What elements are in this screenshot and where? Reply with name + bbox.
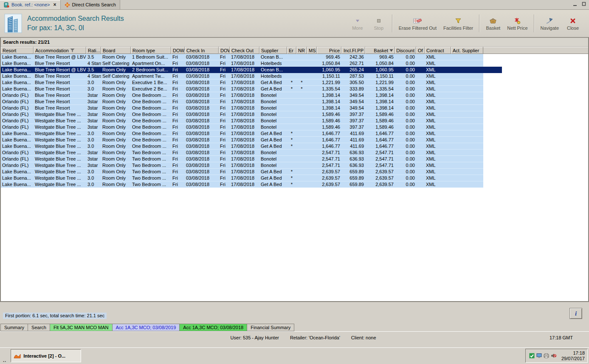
column-header-act-supplier[interactable]: Act. Supplier [451,47,483,54]
table-cell: Fri [219,143,230,150]
facilities-filter-button[interactable]: Facilities Filter [440,16,476,31]
table-row[interactable]: Lake Buena...Blue Tree Resort4 StarsSelf… [1,73,588,79]
row-extension [483,92,502,99]
table-cell [416,111,425,118]
table-cell [307,175,317,181]
column-header-er[interactable]: Er [287,47,296,54]
bottom-tab-5[interactable]: Acc 1A,3C MCO; 03/08/2018 [180,324,247,331]
column-header-room-type[interactable]: Room type [131,47,171,54]
table-cell [307,92,317,99]
table-row[interactable]: Lake Buena...Westgate Blue Tree ...3.0Ro… [1,137,588,143]
table-row[interactable]: Orlando (FL)Blue Tree Resort3starRoom On… [1,99,588,105]
table-row[interactable]: Lake Buena...Westgate Blue Tree ...3.0Ro… [1,130,588,137]
taskbar-clock[interactable]: 17:18 29/07/2017 [561,350,585,361]
table-row[interactable]: Lake Buena...Westgate Blue Tree ...3.0Ro… [1,169,588,175]
table-row[interactable]: Orlando (FL)Westgate Blue Tree ...3starR… [1,124,588,130]
table-cell [416,124,425,130]
column-header-basket[interactable]: Basket [365,47,395,54]
table-cell: One Bedroom ... [131,99,171,105]
table-cell: 17/08/2018 [230,67,259,73]
table-cell [451,79,483,86]
table-row[interactable]: Orlando (FL)Westgate Blue Tree ...3starR… [1,162,588,169]
table-cell: XML [425,118,451,124]
table-row[interactable]: Orlando (FL)Blue Tree Resort3starRoom On… [1,105,588,111]
table-row[interactable]: Lake Buena...Blue Tree Resort @ LBV3.5Ro… [1,67,588,73]
taskbar-overflow[interactable]: .. [1,358,8,364]
table-cell: One Bedroom ... [131,92,171,99]
bottom-tab-3[interactable]: Flt 5A,3C MAN MCO MAN [50,324,113,331]
table-row[interactable]: Orlando (FL)Westgate Blue Tree ...3starR… [1,111,588,118]
table-cell [451,118,483,124]
table-cell: Hotelbeds [259,60,287,67]
column-header-incl-fl-pp[interactable]: Incl.Fl.PP [341,47,365,54]
table-row[interactable]: Orlando (FL)Blue Tree Resort3starRoom On… [1,92,588,99]
column-header-accommodation[interactable]: Accommodation [34,47,86,54]
navigate-button[interactable]: Navigate [538,16,562,31]
table-cell: 397.37 [341,111,365,118]
bottom-tab-6[interactable]: Financial Summary [247,324,294,331]
column-header-discount[interactable]: Discount [395,47,416,54]
top-tab-2[interactable]: Direct Clients Search [61,0,120,9]
bottom-tab-4[interactable]: Acc 1A,3C MCO; 03/08/2019 [113,324,180,331]
taskbar-app-button[interactable]: Interactive [2] - O... [11,349,81,362]
table-row[interactable]: Lake Buena...Blue Tree Resort4 StarsSelf… [1,60,588,67]
close-button[interactable]: Close [563,16,583,31]
table-cell [296,92,307,99]
column-header-check-out[interactable]: Check Out [230,47,259,54]
table-row[interactable]: Lake Buena...Blue Tree Resort3.0Room Onl… [1,79,588,86]
title-line1: Accommodation Search Results [27,14,124,23]
tray-speaker-mute-icon[interactable] [551,353,556,358]
tab-close-icon[interactable]: × [54,2,56,8]
clock-date: 29/07/2017 [561,356,585,361]
column-header-check-in[interactable]: Check In [185,47,219,54]
table-cell: * [287,86,296,92]
nett-price-button[interactable]: Nett Price [504,16,530,31]
column-header-supplier[interactable]: Supplier [259,47,287,54]
bottom-tab-1[interactable]: Summary [0,324,28,331]
column-header-of[interactable]: Of [416,47,425,54]
column-header-nr[interactable]: NR [296,47,307,54]
application-window: Book. ref.: <none>×Direct Clients Search… [0,0,589,364]
table-cell: Westgate Blue Tree ... [34,118,86,124]
table-row[interactable]: Lake Buena...Westgate Blue Tree ...3.0Ro… [1,175,588,181]
column-header-ms[interactable]: MS [307,47,317,54]
table-cell: Fri [171,111,185,118]
minimize-icon[interactable] [572,2,578,6]
column-header-rati[interactable]: Rati... [86,47,101,54]
tray-green-icon[interactable] [529,353,535,358]
column-header-dow[interactable]: DOW [219,47,230,54]
column-header-dow[interactable]: DOW [171,47,185,54]
top-tab-1[interactable]: Book. ref.: <none>× [0,0,61,9]
table-row[interactable]: Orlando (FL)Westgate Blue Tree ...3starR… [1,156,588,162]
table-row[interactable]: Lake Buena...Westgate Blue Tree ...3.0Ro… [1,181,588,188]
tray-monitor-icon[interactable] [536,353,542,358]
table-cell: XML [425,169,451,175]
column-header-board[interactable]: Board [101,47,131,54]
maximize-icon[interactable] [581,2,586,6]
info-button[interactable]: i [569,308,582,319]
table-cell: 17/08/2018 [230,105,259,111]
table-row[interactable]: Orlando (FL)Westgate Blue Tree ...3starR… [1,150,588,156]
table-row[interactable]: Orlando (FL)Westgate Blue Tree ...3starR… [1,118,588,124]
row-extension [483,73,502,79]
table-cell: 636.93 [341,150,365,156]
table-row[interactable]: Lake Buena...Westgate Blue Tree ...3.0Ro… [1,143,588,150]
table-cell: Westgate Blue Tree ... [34,130,86,137]
erase-filtered-out-button[interactable]: Erase Filtered Out [396,16,440,31]
column-header-resort[interactable]: Resort [1,47,34,54]
table-cell: Westgate Blue Tree ... [34,124,86,130]
table-cell: Fri [171,92,185,99]
row-extension [483,181,502,188]
table-cell: 3star [86,124,101,130]
table-row[interactable]: Lake Buena...Blue Tree Resort3.0Room Onl… [1,86,588,92]
table-cell: Fri [219,79,230,86]
basket-button[interactable]: Basket [483,16,503,31]
table-cell: Fri [171,124,185,130]
bottom-tab-2[interactable]: Search [28,324,50,331]
column-header-price[interactable]: Price [317,47,341,54]
table-cell: 03/08/2018 [185,181,219,188]
table-cell [296,130,307,137]
table-row[interactable]: Lake Buena...Blue Tree Resort @ LBV3.5Ro… [1,54,588,60]
tray-printer-icon[interactable] [544,353,549,358]
column-header-contract[interactable]: Contract [425,47,451,54]
